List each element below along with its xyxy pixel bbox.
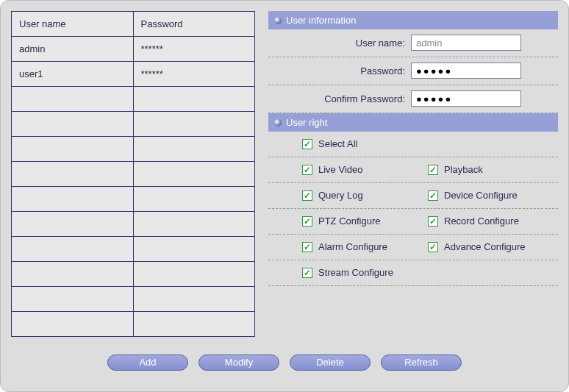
cell-select-all: Select All xyxy=(302,138,428,149)
col-password: Password xyxy=(133,12,255,37)
table-row[interactable] xyxy=(12,287,255,312)
cell-username xyxy=(12,312,134,337)
rights-cell: Record Configure xyxy=(428,215,554,227)
rights-label: Stream Configure xyxy=(318,267,393,278)
table-header-row: User name Password xyxy=(12,12,255,37)
cell-password xyxy=(133,287,255,312)
table-row[interactable] xyxy=(12,162,255,187)
cell-username xyxy=(12,162,134,187)
cell-password: ****** xyxy=(133,37,255,62)
user-table: User name Password admin******user1*****… xyxy=(11,11,255,337)
row-username: User name: xyxy=(268,29,558,57)
rights-area: Select All Live VideoPlaybackQuery LogDe… xyxy=(268,132,558,286)
row-password: Password: xyxy=(268,57,558,85)
table-row[interactable] xyxy=(12,112,255,137)
rights-cell: Alarm Configure xyxy=(302,241,428,252)
table-row[interactable] xyxy=(12,87,255,112)
cell-username xyxy=(12,262,134,287)
table-row[interactable] xyxy=(12,212,255,237)
checkbox-advance-configure[interactable] xyxy=(428,242,438,252)
cell-password xyxy=(133,137,255,162)
table-row[interactable] xyxy=(12,137,255,162)
rights-cell: Advance Configure xyxy=(428,241,554,252)
cell-username xyxy=(12,237,134,262)
cell-username xyxy=(12,187,134,212)
rights-cell: Playback xyxy=(428,164,554,175)
cell-password xyxy=(133,187,255,212)
rights-label: Advance Configure xyxy=(444,241,526,252)
modify-button[interactable]: Modify xyxy=(198,354,279,371)
rights-label: PTZ Configure xyxy=(318,215,381,227)
cell-username xyxy=(12,212,134,237)
cell-username xyxy=(12,112,134,137)
rights-cell: Query Log xyxy=(302,190,428,201)
table-row[interactable] xyxy=(12,187,255,212)
label-username: User name: xyxy=(273,38,405,49)
rights-label: Record Configure xyxy=(444,215,519,227)
checkbox-query-log[interactable] xyxy=(302,190,312,201)
row-select-all: Select All xyxy=(268,132,558,157)
rights-label: Playback xyxy=(444,164,483,175)
bullet-icon xyxy=(274,17,282,24)
cell-password xyxy=(133,212,255,237)
cell-password xyxy=(133,312,255,337)
refresh-button[interactable]: Refresh xyxy=(381,354,462,371)
cell-password xyxy=(133,87,255,112)
checkbox-alarm-configure[interactable] xyxy=(302,242,312,252)
checkbox-stream-configure[interactable] xyxy=(302,268,312,278)
cell-username xyxy=(12,287,134,312)
rights-cell: PTZ Configure xyxy=(302,215,428,227)
rights-row: PTZ ConfigureRecord Configure xyxy=(268,209,558,235)
cell-username: admin xyxy=(12,37,134,62)
rights-cell: Stream Configure xyxy=(302,267,428,278)
checkbox-live-video[interactable] xyxy=(302,165,312,175)
rights-label: Live Video xyxy=(318,164,362,175)
input-username[interactable] xyxy=(411,35,521,51)
rights-cell: Live Video xyxy=(302,164,428,175)
cell-password xyxy=(133,262,255,287)
rights-label: Query Log xyxy=(318,190,363,201)
col-username: User name xyxy=(12,12,134,37)
table-row[interactable] xyxy=(12,262,255,287)
table-row[interactable] xyxy=(12,312,255,337)
input-password[interactable] xyxy=(411,63,521,79)
checkbox-select-all[interactable] xyxy=(302,139,312,149)
user-management-panel: User name Password admin******user1*****… xyxy=(0,0,569,392)
cell-password xyxy=(133,162,255,187)
table-row[interactable] xyxy=(12,237,255,262)
rights-row: Query LogDevice Configure xyxy=(268,183,558,209)
cell-password: ****** xyxy=(133,62,255,87)
label-confirm: Confirm Password: xyxy=(273,93,405,104)
delete-button[interactable]: Delete xyxy=(290,354,371,371)
bullet-icon xyxy=(274,119,282,126)
table-row[interactable]: admin****** xyxy=(12,37,255,62)
rights-row: Alarm ConfigureAdvance Configure xyxy=(268,235,558,260)
user-right-title: User right xyxy=(286,117,327,128)
button-row: Add Modify Delete Refresh xyxy=(1,354,568,371)
cell-username xyxy=(12,137,134,162)
rights-row: Stream Configure xyxy=(268,260,558,286)
cell-password xyxy=(133,112,255,137)
user-info-title: User information xyxy=(286,15,356,26)
user-info-header: User information xyxy=(268,11,558,29)
add-button[interactable]: Add xyxy=(107,354,188,371)
rights-label: Alarm Configure xyxy=(318,241,387,252)
rights-label: Device Configure xyxy=(444,190,518,201)
label-password: Password: xyxy=(273,65,405,76)
user-right-header: User right xyxy=(268,113,558,132)
rights-cell: Device Configure xyxy=(428,190,554,201)
row-confirm: Confirm Password: xyxy=(268,85,558,113)
checkbox-ptz-configure[interactable] xyxy=(302,216,312,227)
input-confirm[interactable] xyxy=(411,90,521,107)
checkbox-record-configure[interactable] xyxy=(428,216,438,227)
label-select-all: Select All xyxy=(318,138,357,149)
right-column: User information User name: Password: Co… xyxy=(268,11,558,337)
table-row[interactable]: user1****** xyxy=(12,62,255,87)
checkbox-playback[interactable] xyxy=(428,165,438,175)
top-area: User name Password admin******user1*****… xyxy=(11,11,558,337)
cell-password xyxy=(133,237,255,262)
cell-username xyxy=(12,87,134,112)
rights-row: Live VideoPlayback xyxy=(268,157,558,183)
checkbox-device-configure[interactable] xyxy=(428,190,438,201)
cell-username: user1 xyxy=(12,62,134,87)
